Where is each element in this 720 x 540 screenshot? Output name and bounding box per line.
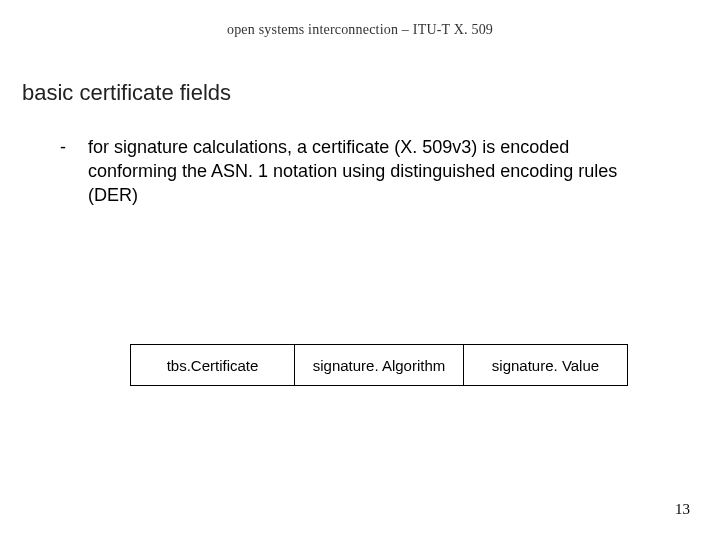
slide-title: basic certificate fields (22, 80, 231, 106)
table-cell: tbs.Certificate (130, 344, 295, 386)
bullet-item: - for signature calculations, a certific… (60, 135, 660, 207)
table-cell: signature. Algorithm (294, 344, 464, 386)
slide-header: open systems interconnection – ITU-T X. … (0, 22, 720, 38)
fields-table: tbs.Certificate signature. Algorithm sig… (130, 344, 628, 386)
slide: open systems interconnection – ITU-T X. … (0, 0, 720, 540)
table-cell: signature. Value (463, 344, 628, 386)
page-number: 13 (675, 501, 690, 518)
bullet-text: for signature calculations, a certificat… (88, 135, 660, 207)
bullet-marker: - (60, 135, 88, 207)
